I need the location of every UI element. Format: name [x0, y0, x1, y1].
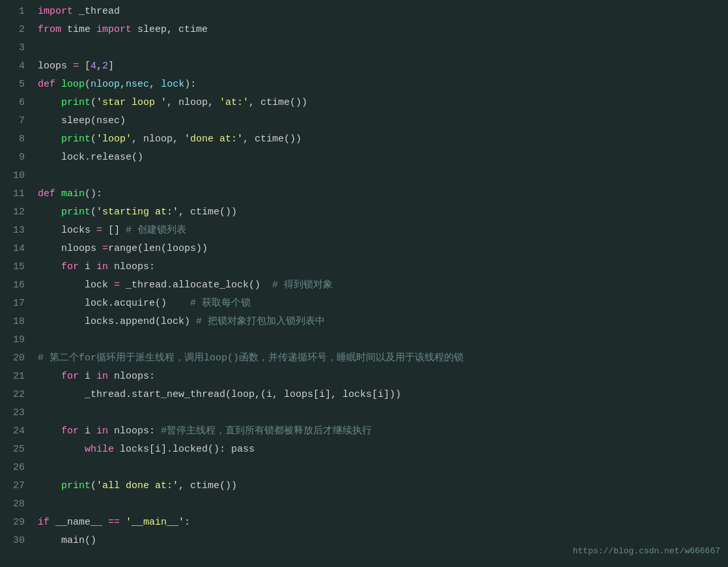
token-plain: _thread.start_new_thread(loop,(i, loops[…: [38, 389, 401, 400]
code-line: print('all done at:', ctime()): [38, 477, 721, 495]
token-kw: import: [38, 6, 73, 17]
line-number-column: 1234567891011121314151617181920212223242…: [0, 3, 31, 564]
code-line: [38, 39, 721, 57]
token-plain: (: [91, 480, 96, 491]
token-cm: # 把锁对象打包加入锁列表中: [196, 316, 325, 327]
code-line: lock = _thread.allocate_lock() # 得到锁对象: [38, 276, 721, 295]
token-plain: [38, 134, 61, 145]
line-number: 22: [7, 386, 25, 404]
token-str: 'done at:': [184, 134, 243, 145]
code-line: def main():: [38, 185, 721, 203]
token-plain: nloops: [38, 243, 102, 254]
token-fn: main: [61, 188, 85, 199]
token-plain: __name__: [49, 517, 108, 528]
token-fn: print: [61, 134, 91, 145]
line-number: 2: [7, 21, 25, 39]
line-number: 5: [7, 76, 25, 94]
token-str: '__main__': [126, 517, 184, 528]
token-kw: in: [96, 261, 108, 272]
line-number: 15: [7, 258, 25, 276]
line-number: 27: [7, 477, 25, 495]
code-line: import _thread: [38, 3, 721, 21]
token-plain: locks.append(lock): [38, 316, 196, 327]
token-plain: nloops:: [108, 371, 155, 382]
token-plain: i: [79, 261, 96, 272]
code-line: print('loop', nloop, 'done at:', ctime()…: [38, 130, 721, 149]
token-op: ==: [108, 517, 120, 528]
line-number: 4: [7, 57, 25, 76]
code-line: [38, 167, 721, 185]
token-cm: # 获取每个锁: [190, 298, 251, 309]
code-line: for i in nloops:: [38, 368, 721, 386]
token-plain: i: [79, 426, 96, 437]
token-plain: (: [91, 97, 96, 108]
code-line: def loop(nloop,nsec, lock):: [38, 76, 721, 94]
token-plain: , nloop,: [132, 134, 184, 145]
token-kw: for: [61, 371, 79, 382]
token-kw: for: [61, 426, 79, 437]
token-var: nsec: [126, 79, 149, 90]
token-str: 'star loop ': [96, 97, 167, 108]
token-plain: i: [79, 371, 96, 382]
line-number: 11: [7, 185, 25, 203]
line-number: 26: [7, 459, 25, 477]
line-number: 28: [7, 495, 25, 514]
token-var: lock: [161, 79, 184, 90]
line-number: 6: [7, 94, 25, 112]
token-plain: loops: [38, 61, 73, 72]
token-plain: , nloop,: [167, 97, 219, 108]
line-number: 10: [7, 167, 25, 185]
token-op: =: [102, 243, 108, 254]
token-plain: ():: [85, 188, 102, 199]
token-plain: _thread.allocate_lock(): [120, 280, 272, 291]
token-plain: , ctime()): [178, 207, 237, 218]
token-plain: [38, 97, 61, 108]
line-number: 18: [7, 313, 25, 331]
code-line: locks.append(lock) # 把锁对象打包加入锁列表中: [38, 313, 721, 331]
token-kw: def: [38, 188, 55, 199]
token-plain: range(len(loops)): [108, 243, 208, 254]
token-plain: [120, 517, 126, 528]
code-line: for i in nloops: #暂停主线程，直到所有锁都被释放后才继续执行: [38, 422, 721, 441]
code-body: import _threadfrom time import sleep, ct…: [31, 3, 728, 564]
line-number: 29: [7, 514, 25, 532]
token-kw: def: [38, 79, 55, 90]
token-plain: nloops:: [108, 261, 155, 272]
code-line: print('starting at:', ctime()): [38, 203, 721, 222]
token-plain: lock.release(): [38, 152, 143, 163]
line-number: 19: [7, 331, 25, 349]
line-number: 30: [7, 532, 25, 550]
token-cm: # 创建锁列表: [126, 225, 186, 236]
token-str: 'starting at:': [96, 207, 178, 218]
token-plain: _thread: [73, 6, 120, 17]
token-plain: sleep(nsec): [38, 115, 126, 126]
token-plain: (: [91, 207, 96, 218]
token-plain: locks: [38, 225, 96, 236]
token-cm: #暂停主线程，直到所有锁都被释放后才继续执行: [161, 426, 372, 437]
token-plain: time: [61, 24, 96, 35]
token-plain: (: [85, 79, 91, 90]
token-kw: if: [38, 517, 49, 528]
token-num: 2: [102, 61, 108, 72]
token-plain: main(): [38, 535, 96, 546]
line-number: 20: [7, 349, 25, 368]
token-plain: lock.acquire(): [38, 298, 190, 309]
code-line: [38, 459, 721, 477]
token-plain: locks[i].locked(): pass: [114, 444, 255, 455]
token-plain: []: [102, 225, 126, 236]
line-number: 23: [7, 404, 25, 422]
token-kw: in: [96, 426, 108, 437]
line-number: 21: [7, 368, 25, 386]
line-number: 14: [7, 240, 25, 258]
line-number: 12: [7, 203, 25, 222]
token-op: =: [73, 61, 79, 72]
code-line: loops = [4,2]: [38, 57, 721, 76]
code-line: [38, 331, 721, 349]
code-line: from time import sleep, ctime: [38, 21, 721, 39]
token-plain: [55, 79, 61, 90]
token-plain: , ctime()): [243, 134, 301, 145]
code-line: lock.acquire() # 获取每个锁: [38, 295, 721, 313]
token-plain: ):: [184, 79, 196, 90]
token-plain: ]: [108, 61, 114, 72]
token-plain: :: [184, 517, 190, 528]
